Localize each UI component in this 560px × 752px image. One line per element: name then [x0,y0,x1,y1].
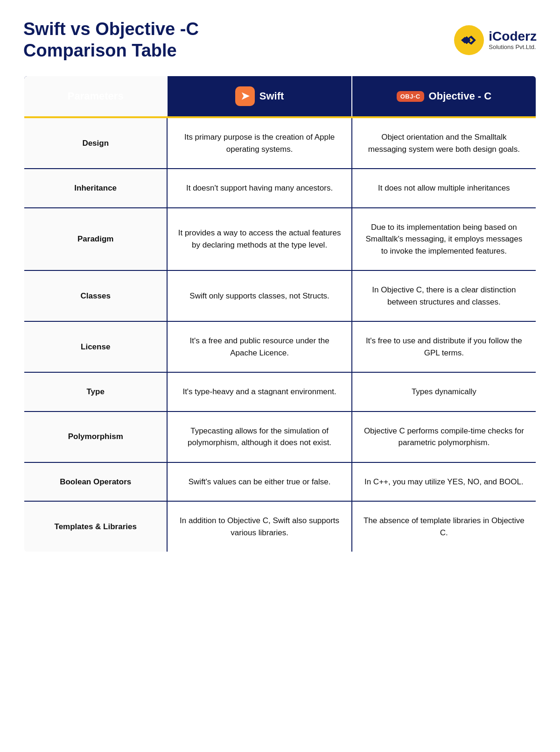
param-cell-type: Type [24,372,167,411]
logo-icon [454,25,484,55]
objc-header-inner: OBJ-C Objective - C [360,90,528,102]
comparison-table: Parameters ➤ Swift OBJ-C Objective - C D… [23,75,537,553]
objc-cell-1: It does not allow multiple inheritances [352,169,536,208]
logo-container: iCoderz Solutions Pvt.Ltd. [454,25,537,55]
col-header-swift: ➤ Swift [167,76,351,116]
col-header-params: Parameters [24,76,167,116]
objc-cell-4: It's free to use and distribute if you f… [352,321,536,372]
swift-col-label: Swift [259,90,284,102]
param-cell-classes: Classes [24,270,167,321]
param-cell-polymorphism: Polymorphism [24,411,167,462]
logo-name: iCoderz [489,29,537,44]
swift-cell-2: It provides a way to access the actual f… [167,208,351,271]
param-cell-paradigm: Paradigm [24,208,167,271]
objc-cell-5: Types dynamically [352,372,536,411]
table-row: DesignIts primary purpose is the creatio… [24,118,536,169]
table-row: Boolean OperatorsSwift's values can be e… [24,462,536,502]
swift-cell-3: Swift only supports classes, not Structs… [167,270,351,321]
param-cell-inheritance: Inheritance [24,169,167,208]
swift-cell-0: Its primary purpose is the creation of A… [167,118,351,169]
param-cell-templates-&-libraries: Templates & Libraries [24,501,167,552]
swift-cell-5: It's type-heavy and a stagnant environme… [167,372,351,411]
objc-badge: OBJ-C [397,91,424,102]
table-row: TypeIt's type-heavy and a stagnant envir… [24,372,536,411]
title-line1: Swift vs Objective -C [23,19,199,39]
swift-logo-icon: ➤ [235,86,255,106]
page-header: Swift vs Objective -C Comparison Table i… [23,19,537,61]
swift-header-inner: ➤ Swift [175,86,343,106]
objc-cell-6: Objective C performs compile-time checks… [352,411,536,462]
param-cell-license: License [24,321,167,372]
objc-cell-8: The absence of template libraries in Obj… [352,501,536,552]
swift-cell-4: It's a free and public resource under th… [167,321,351,372]
objc-cell-3: In Objective C, there is a clear distinc… [352,270,536,321]
table-row: Templates & LibrariesIn addition to Obje… [24,501,536,552]
table-body: DesignIts primary purpose is the creatio… [24,118,536,552]
objc-cell-7: In C++, you may utilize YES, NO, and BOO… [352,462,536,502]
logo-text: iCoderz Solutions Pvt.Ltd. [489,29,537,50]
param-cell-design: Design [24,118,167,169]
title-line2: Comparison Table [23,41,177,60]
table-row: PolymorphismTypecasting allows for the s… [24,411,536,462]
swift-cell-6: Typecasting allows for the simulation of… [167,411,351,462]
table-header-row: Parameters ➤ Swift OBJ-C Objective - C [24,76,536,116]
logo-svg-icon [460,34,478,47]
col-header-objc: OBJ-C Objective - C [352,76,536,116]
swift-cell-7: Swift's values can be either true or fal… [167,462,351,502]
swift-cell-8: In addition to Objective C, Swift also s… [167,501,351,552]
table-row: ClassesSwift only supports classes, not … [24,270,536,321]
page-title: Swift vs Objective -C Comparison Table [23,19,199,61]
logo-subtitle-text: Solutions Pvt.Ltd. [489,44,537,50]
table-row: ParadigmIt provides a way to access the … [24,208,536,271]
param-cell-boolean-operators: Boolean Operators [24,462,167,502]
objc-col-label: Objective - C [429,90,491,102]
objc-cell-0: Object orientation and the Smalltalk mes… [352,118,536,169]
table-row: LicenseIt's a free and public resource u… [24,321,536,372]
swift-cell-1: It doesn't support having many ancestors… [167,169,351,208]
table-row: InheritanceIt doesn't support having man… [24,169,536,208]
objc-cell-2: Due to its implementation being based on… [352,208,536,271]
